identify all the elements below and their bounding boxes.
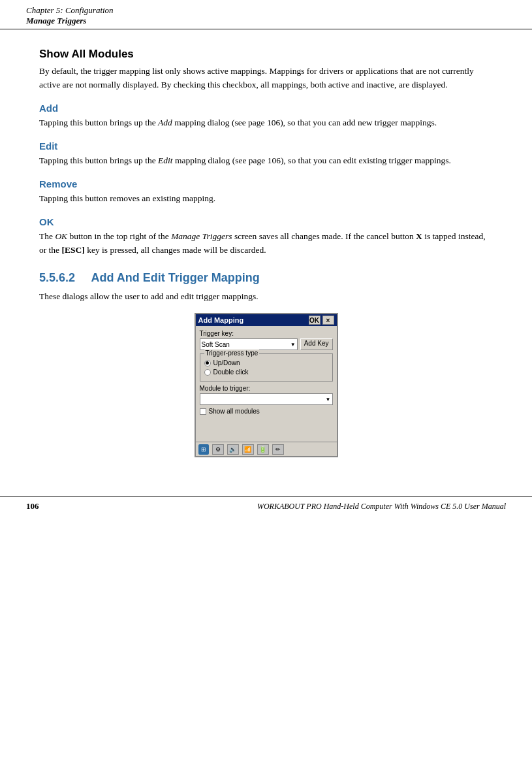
add-heading: Add [39,103,493,114]
taskbar-icon-1: ⚙ [212,444,224,455]
radio-doubleclick-label: Double click [213,368,249,376]
subsection-intro: These dialogs allow the user to add and … [39,290,493,304]
ok-body-italic2: Manage Triggers [171,231,232,241]
footer-text: WORKABOUT PRO Hand-Held Computer With Wi… [257,502,506,512]
dialog-ok-button[interactable]: OK [309,316,321,325]
show-all-modules-checkbox-row[interactable]: Show all modules [200,408,333,415]
dialog-taskbar: ⊞ ⚙ 🔊 📶 🔋 ✏ [196,442,337,456]
add-body-italic: Add [158,118,172,127]
trigger-key-arrow-icon: ▼ [290,342,296,348]
add-key-button[interactable]: Add Key [300,338,333,350]
taskbar-icon-3: 📶 [242,444,254,455]
taskbar-icon-4: 🔋 [257,444,269,455]
subsection-title: 5.5.6.2 Add And Edit Trigger Mapping [39,271,493,285]
edit-body-text2: mapping dialog (see page 106), so that y… [175,155,451,165]
show-all-modules-checkbox[interactable] [200,408,206,415]
section-label: Manage Triggers [26,16,506,26]
add-body-text1: Tapping this button brings up the [39,118,158,127]
page-header: Chapter 5: Configuration Manage Triggers [0,0,532,29]
dialog-titlebar-buttons: OK × [309,316,334,325]
radio-updown-button[interactable] [204,360,211,367]
page-footer: 106 WORKABOUT PRO Hand-Held Computer Wit… [0,497,532,515]
footer-page-number: 106 [26,501,39,512]
chapter-label: Chapter 5: Configuration [26,5,506,16]
module-field: Module to trigger: ▼ [200,385,333,405]
ok-body-text2: button in the top right of the [70,231,172,241]
taskbar-icon-2: 🔊 [227,444,239,455]
ok-body-bold1: X [416,231,422,241]
show-all-modules-heading: Show All Modules [39,48,493,61]
add-body: Tapping this button brings up the Add ma… [39,116,493,130]
ok-body: The OK button in the top right of the Ma… [39,230,493,257]
show-all-modules-checkbox-label: Show all modules [209,408,260,415]
group-legend: Trigger-press type [204,350,260,357]
trigger-press-type-group: Trigger-press type Up/Down Double click [200,353,333,382]
edit-body-text1: Tapping this button brings up the [39,155,158,165]
show-all-modules-body: By default, the trigger mapping list onl… [39,65,493,92]
radio-doubleclick-button[interactable] [204,369,211,376]
ok-body-bold2: [ESC] [62,245,85,255]
module-label: Module to trigger: [200,385,333,392]
dialog-body: Trigger key: Soft Scan ▼ Add Key Trigger… [196,326,337,442]
module-select[interactable]: ▼ [200,393,333,405]
radio-doubleclick-row[interactable]: Double click [204,368,328,376]
module-arrow-icon: ▼ [326,397,331,402]
ok-heading: OK [39,216,493,227]
edit-heading: Edit [39,140,493,152]
trigger-key-field: Trigger key: Soft Scan ▼ Add Key [200,330,333,350]
taskbar-start-icon[interactable]: ⊞ [198,444,209,455]
ok-body-text5: key is pressed, all changes made will be… [87,245,266,255]
dialog-spacer [200,418,333,438]
subsection-title-label: Add And Edit Trigger Mapping [91,271,259,284]
edit-body-italic: Edit [158,155,173,165]
main-content: Show All Modules By default, the trigger… [0,29,532,477]
radio-updown-label: Up/Down [213,359,240,367]
radio-updown-row[interactable]: Up/Down [204,359,328,367]
ok-body-italic1: OK [55,231,67,241]
ok-body-text3: screen saves all changes made. If the ca… [234,231,416,241]
dialog-titlebar: Add Mapping OK × [196,314,337,326]
remove-body: Tapping this button removes an existing … [39,192,493,206]
remove-heading: Remove [39,178,493,189]
subsection-number: 5.5.6.2 [39,271,75,284]
dialog-close-button[interactable]: × [322,316,334,325]
screenshot-container: Add Mapping OK × Trigger key: Soft Scan … [39,313,493,457]
trigger-key-select[interactable]: Soft Scan ▼ [200,338,298,350]
edit-body: Tapping this button brings up the Edit m… [39,154,493,168]
dialog-title: Add Mapping [198,316,244,324]
taskbar-icon-5: ✏ [272,444,284,455]
add-mapping-dialog: Add Mapping OK × Trigger key: Soft Scan … [195,313,338,457]
trigger-key-label: Trigger key: [200,330,333,337]
add-body-text2: mapping dialog (see page 106), so that y… [174,118,437,127]
ok-body-text1: The [39,231,55,241]
trigger-key-value: Soft Scan [202,341,230,348]
trigger-key-input-row: Soft Scan ▼ Add Key [200,338,333,350]
subsection-title-text [78,271,88,284]
